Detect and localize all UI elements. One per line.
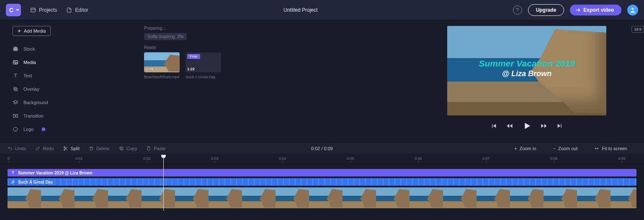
trash-icon [89, 146, 94, 151]
split-button[interactable]: Split [63, 146, 80, 151]
sidebar-label: Background [23, 100, 48, 105]
help-icon[interactable]: ? [513, 5, 522, 15]
video-frame [510, 187, 544, 208]
app-logo-dropdown[interactable]: C [6, 4, 21, 16]
split-label: Split [71, 146, 80, 151]
zoom-in-button[interactable]: + Zoom in [514, 146, 536, 151]
paste-label: Paste [154, 146, 165, 151]
thumb-caption: BeachandShore.mp4 [144, 75, 180, 79]
preview-panel: Summer Vacation 2019 @ Liza Brown 16:9 [418, 20, 644, 142]
video-frame [477, 187, 510, 208]
add-media-label: Add Media [24, 28, 46, 33]
add-media-button[interactable]: Add Media [13, 26, 51, 36]
zoom-out-button[interactable]: − Zoom out [553, 146, 578, 151]
export-button[interactable]: Export video [570, 5, 621, 15]
ruler-tick: 0:01 [75, 156, 83, 161]
upgrade-button[interactable]: Upgrade [528, 4, 564, 16]
video-frame [41, 187, 75, 208]
timeline-ruler[interactable]: 00:010:020:030:040:050:060:070:080:09 [0, 155, 644, 164]
overlay-icon [13, 86, 18, 92]
thumb-duration: 0:09 [146, 67, 153, 71]
forward-icon[interactable] [541, 123, 547, 129]
fit-button[interactable]: Fit to screen [594, 146, 627, 151]
sidebar-label: Transition [23, 113, 44, 118]
sidebar-label: Overlay [23, 87, 39, 92]
editor-link[interactable]: Editor [66, 7, 88, 13]
ruler-tick: 0:07 [482, 156, 490, 161]
audio-track-clip[interactable]: Such A Great Day [8, 178, 636, 186]
plus-icon [17, 29, 21, 33]
music-icon [11, 180, 15, 184]
ruler-tick: 0:06 [415, 156, 422, 161]
video-frame [175, 187, 209, 208]
video-frame [410, 187, 443, 208]
video-frame [8, 187, 41, 208]
sidebar-item-stock[interactable]: Stock [13, 45, 137, 53]
video-frame [544, 187, 577, 208]
thumb-duration: 1:22 [187, 67, 195, 71]
project-title[interactable]: Untitled Project [88, 7, 513, 13]
document-icon [66, 7, 72, 13]
sidebar-label: Logo [23, 127, 33, 132]
ruler-tick: 0:04 [279, 156, 286, 161]
sidebar-item-transition[interactable]: Transition [13, 112, 137, 120]
sidebar-item-logo[interactable]: Logo [13, 125, 137, 133]
video-frame [309, 187, 343, 208]
fit-icon [594, 146, 599, 151]
media-thumb[interactable]: 0:09 BeachandShore.mp4 [144, 52, 180, 79]
video-frame [75, 187, 108, 208]
svg-rect-11 [15, 88, 17, 91]
sidebar-item-background[interactable]: Background [13, 99, 137, 106]
transition-icon [13, 113, 18, 119]
thumb-preview: 0:09 [144, 52, 180, 72]
play-icon[interactable] [522, 121, 531, 130]
timeline[interactable]: 00:010:020:030:040:050:060:070:080:09 Su… [0, 155, 644, 220]
video-frame [343, 187, 376, 208]
sidebar-item-overlay[interactable]: Overlay [13, 85, 137, 93]
user-avatar[interactable] [627, 5, 638, 15]
zoom-out-icon: − [553, 146, 556, 151]
sidebar-label: Text [23, 73, 32, 78]
playhead[interactable] [163, 155, 164, 211]
sidebar-item-text[interactable]: Text [13, 72, 137, 79]
video-frame [242, 187, 276, 208]
undo-button[interactable]: Undo [8, 146, 26, 151]
svg-rect-13 [16, 115, 18, 118]
player-controls [490, 121, 563, 130]
video-frame [611, 187, 636, 208]
media-thumb[interactable]: Free 1:22 Such A Great Day [185, 52, 221, 79]
video-track-clip[interactable] [8, 187, 636, 208]
copy-icon [119, 146, 124, 151]
aspect-ratio-chip[interactable]: 16:9 [631, 26, 644, 33]
rewind-icon[interactable] [506, 123, 513, 129]
sidebar-label: Media [23, 60, 36, 65]
copy-button[interactable]: Copy [119, 146, 137, 151]
redo-button[interactable]: Redo [35, 146, 54, 151]
logo-icon [13, 126, 18, 132]
svg-rect-7 [14, 47, 17, 48]
paste-button[interactable]: Paste [146, 146, 165, 151]
preparing-item[interactable]: Softly Inspiring 2% [144, 33, 187, 40]
delete-button[interactable]: Delete [89, 146, 110, 151]
sidebar-item-media[interactable]: Media [13, 59, 137, 66]
thumb-caption: Such A Great Day [185, 75, 221, 79]
text-track-clip[interactable]: Summer Vacation 2019 @ Liza Brown [8, 169, 636, 177]
editor-label: Editor [75, 7, 88, 13]
skip-start-icon[interactable] [490, 123, 497, 129]
skip-end-icon[interactable] [556, 123, 563, 129]
stock-icon [13, 46, 18, 52]
header-right: ? Upgrade Export video [513, 4, 638, 16]
text-track-icon [11, 171, 15, 175]
zoom-out-label: Zoom out [558, 146, 577, 151]
preview-canvas[interactable]: Summer Vacation 2019 @ Liza Brown [447, 26, 606, 115]
projects-link[interactable]: Projects [30, 7, 57, 13]
video-frame [276, 187, 309, 208]
video-frame [108, 187, 142, 208]
svg-rect-6 [13, 48, 18, 51]
svg-rect-21 [120, 147, 122, 149]
zoom-in-icon: + [514, 146, 517, 151]
svg-point-17 [64, 149, 65, 151]
ruler-tick: 0:05 [347, 156, 354, 161]
svg-rect-10 [14, 87, 16, 90]
media-thumbs: 0:09 BeachandShore.mp4 Free 1:22 Such A … [144, 52, 414, 79]
